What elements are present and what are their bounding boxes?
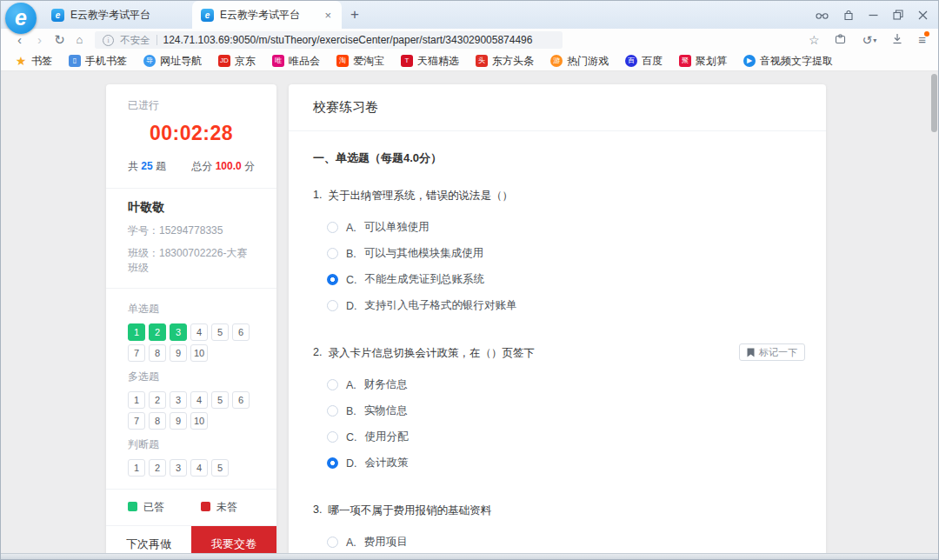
- tab-favicon-icon: e: [201, 9, 214, 22]
- home-icon[interactable]: ⌂: [70, 29, 90, 51]
- question-number-grid: 12345678910: [128, 323, 255, 362]
- question-number-button[interactable]: 5: [211, 323, 229, 341]
- question-number-button[interactable]: 2: [149, 459, 166, 477]
- close-window-icon[interactable]: [918, 10, 928, 20]
- bookmark-label: 京东: [235, 54, 256, 69]
- question-number-button[interactable]: 3: [170, 459, 187, 477]
- tab-close-icon[interactable]: ×: [323, 9, 333, 22]
- question-number-button[interactable]: 9: [170, 412, 187, 430]
- shopping-bag-icon[interactable]: [843, 10, 854, 21]
- scrollbar-thumb[interactable]: [931, 74, 937, 132]
- answer-option[interactable]: C.不能生成凭证到总账系统: [327, 272, 805, 287]
- jd-icon: JD: [218, 55, 230, 67]
- option-letter: C.: [346, 431, 357, 443]
- bookmark-item[interactable]: 淘爱淘宝: [336, 54, 384, 69]
- bookmark-label: 东方头条: [492, 54, 534, 69]
- radio-selected-icon[interactable]: [327, 457, 338, 469]
- radio-icon[interactable]: [327, 405, 338, 417]
- question-number-button[interactable]: 10: [190, 412, 208, 430]
- unanswered-swatch-icon: [201, 502, 210, 511]
- question-number-button[interactable]: 1: [128, 323, 145, 341]
- question-number-button[interactable]: 4: [190, 391, 208, 409]
- radio-icon[interactable]: [327, 379, 338, 390]
- question-number-button[interactable]: 5: [211, 391, 229, 409]
- bookmark-label: 天猫精选: [417, 54, 459, 69]
- question-number-button[interactable]: 1: [128, 391, 145, 409]
- bookmark-item[interactable]: JD京东: [218, 54, 256, 69]
- extensions-icon[interactable]: [835, 32, 846, 48]
- answer-option[interactable]: C.使用分配: [327, 430, 805, 444]
- question-number-button[interactable]: 2: [149, 391, 166, 409]
- bookmark-item[interactable]: ▶音视频文字提取: [743, 54, 833, 69]
- bookmark-item[interactable]: 导网址导航: [143, 54, 202, 69]
- radio-icon[interactable]: [327, 222, 338, 233]
- bookmark-item[interactable]: ▯手机书签: [69, 54, 127, 69]
- new-tab-button[interactable]: +: [342, 1, 368, 29]
- bookmark-item[interactable]: T天猫精选: [401, 54, 459, 69]
- favorite-star-icon[interactable]: ☆: [809, 29, 820, 51]
- tab-strip: eE云教学考试平台eE云教学考试平台×: [43, 1, 342, 29]
- answer-option[interactable]: B.可以与其他模块集成使用: [327, 246, 805, 261]
- reload-icon[interactable]: ↻: [50, 29, 70, 51]
- question-number-button[interactable]: 3: [170, 323, 187, 341]
- bookmark-item[interactable]: 百百度: [625, 54, 663, 69]
- bookmark-item[interactable]: 聚聚划算: [679, 54, 727, 69]
- question-number-button[interactable]: 6: [232, 391, 250, 409]
- question-number-button[interactable]: 9: [170, 344, 187, 362]
- url-bar[interactable]: i 不安全 124.71.103.69:9050/m/stuTheory/exe…: [95, 31, 563, 49]
- url-text[interactable]: 124.71.103.69:9050/m/stuTheory/exerciseC…: [163, 34, 533, 46]
- question-number-button[interactable]: 7: [128, 412, 145, 430]
- bookmark-label: 热门游戏: [567, 54, 609, 69]
- question-number-button[interactable]: 5: [211, 459, 229, 477]
- submit-paper-button[interactable]: 我要交卷: [191, 526, 276, 554]
- radio-icon[interactable]: [327, 248, 338, 259]
- radio-icon[interactable]: [327, 431, 338, 443]
- legend-answered: 已答: [128, 500, 164, 515]
- minimize-icon[interactable]: [869, 10, 878, 20]
- window-frame-bottom: [1, 553, 938, 559]
- question-number-grid: 12345: [128, 459, 255, 477]
- download-icon[interactable]: [892, 32, 902, 48]
- restore-window-icon[interactable]: [893, 10, 903, 20]
- answer-option[interactable]: A.可以单独使用: [327, 220, 805, 235]
- radio-icon[interactable]: [327, 300, 338, 311]
- answer-option[interactable]: D.支持引入电子格式的银行对账单: [327, 298, 805, 313]
- radio-icon[interactable]: [327, 537, 338, 548]
- bookmark-item[interactable]: 游热门游戏: [550, 54, 609, 69]
- browser-logo-icon[interactable]: e: [5, 3, 37, 34]
- menu-icon[interactable]: ≡: [918, 29, 926, 51]
- bookmark-label: 唯品会: [289, 54, 320, 69]
- elapsed-label: 已进行: [128, 98, 255, 113]
- browser-tab-active[interactable]: eE云教学考试平台×: [192, 1, 342, 29]
- answer-option[interactable]: A.财务信息: [327, 377, 805, 392]
- radio-selected-icon[interactable]: [327, 274, 338, 285]
- browser-tab[interactable]: eE云教学考试平台: [43, 1, 192, 29]
- bookmark-item[interactable]: 唯唯品会: [272, 54, 320, 69]
- question-group-title: 多选题: [128, 370, 255, 384]
- forward-icon[interactable]: ›: [30, 29, 50, 51]
- question-number-button[interactable]: 1: [128, 459, 145, 477]
- question-number-button[interactable]: 8: [149, 344, 166, 362]
- question-number-button[interactable]: 4: [190, 323, 208, 341]
- answer-option[interactable]: A.费用项目: [327, 535, 805, 550]
- bookmark-item[interactable]: ★书签: [15, 54, 52, 69]
- question-number-button[interactable]: 8: [149, 412, 166, 430]
- answer-option[interactable]: B.实物信息: [327, 403, 805, 418]
- mark-question-button[interactable]: 标记一下: [739, 343, 805, 361]
- bookmark-item[interactable]: 头东方头条: [476, 54, 534, 69]
- question-number-button[interactable]: 3: [170, 391, 187, 409]
- do-later-button[interactable]: 下次再做: [106, 526, 191, 554]
- restore-tabs-icon[interactable]: ↺▾: [862, 29, 876, 51]
- question-number-button[interactable]: 10: [190, 344, 208, 362]
- answer-option[interactable]: D.会计政策: [327, 456, 805, 470]
- question-number-button[interactable]: 4: [190, 459, 208, 477]
- question-number-button[interactable]: 7: [128, 344, 145, 362]
- bookmark-label: 爱淘宝: [353, 54, 384, 69]
- tab-strip-bar: e eE云教学考试平台eE云教学考试平台× +: [1, 1, 938, 29]
- info-icon[interactable]: i: [103, 35, 114, 46]
- option-text: 费用项目: [364, 535, 408, 550]
- reading-glasses-icon[interactable]: [816, 10, 829, 20]
- question-number-button[interactable]: 6: [232, 323, 250, 341]
- total-score-value: 100.0: [216, 160, 242, 172]
- question-number-button[interactable]: 2: [149, 323, 166, 341]
